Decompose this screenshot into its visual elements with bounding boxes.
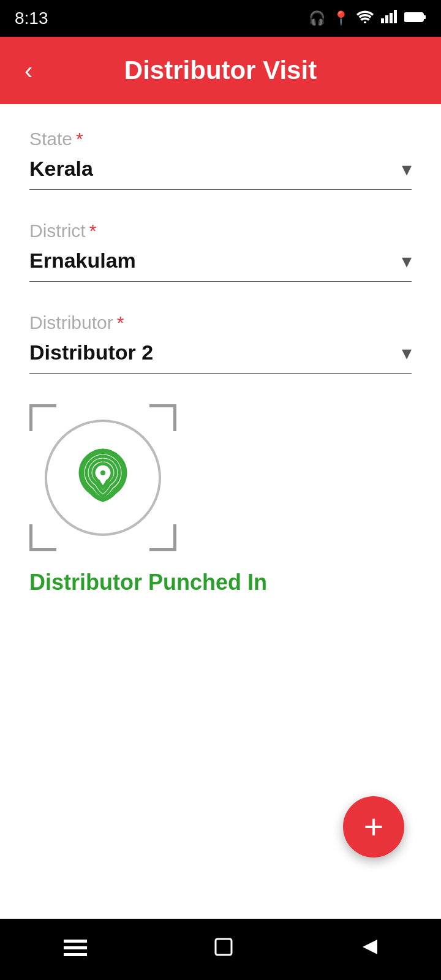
corner-bl [29, 524, 56, 551]
plus-icon: + [364, 810, 384, 844]
district-label: District * [29, 221, 412, 241]
svg-rect-6 [423, 15, 426, 19]
distributor-label: Distributor * [29, 312, 412, 333]
app-header: ‹ Distributor Visit [0, 37, 441, 104]
svg-point-0 [364, 21, 366, 23]
back-triangle-icon[interactable] [360, 937, 377, 962]
battery-icon [404, 10, 426, 26]
add-fab-button[interactable]: + [343, 796, 404, 858]
district-dropdown[interactable]: Ernakulam ▾ [29, 249, 412, 282]
svg-rect-11 [216, 939, 232, 955]
status-icons: 🎧 📍 [309, 10, 426, 27]
svg-rect-2 [385, 15, 388, 23]
svg-rect-1 [381, 18, 384, 23]
state-dropdown[interactable]: Kerala ▾ [29, 157, 412, 190]
state-field: State * Kerala ▾ [29, 129, 412, 190]
fingerprint-icon [63, 438, 143, 518]
headphone-icon: 🎧 [309, 10, 325, 26]
form-content: State * Kerala ▾ District * Ernakulam ▾ … [0, 104, 441, 620]
corner-tl [29, 404, 56, 431]
fingerprint-scanner[interactable] [29, 404, 176, 551]
svg-rect-4 [394, 10, 397, 23]
svg-rect-9 [64, 946, 87, 949]
back-button[interactable]: ‹ [20, 53, 37, 88]
distributor-value: Distributor 2 [29, 341, 153, 364]
signal-icon [381, 10, 397, 27]
bottom-navigation [0, 919, 441, 980]
svg-rect-8 [64, 940, 87, 943]
svg-rect-3 [390, 13, 393, 23]
punch-status-text: Distributor Punched In [29, 570, 412, 595]
distributor-field: Distributor * Distributor 2 ▾ [29, 312, 412, 374]
svg-rect-5 [404, 13, 423, 21]
status-bar: 8:13 🎧 📍 [0, 0, 441, 37]
status-time: 8:13 [15, 9, 48, 28]
wifi-icon [356, 10, 374, 27]
svg-marker-12 [363, 940, 377, 954]
fingerprint-circle [45, 420, 161, 536]
state-chevron-icon: ▾ [402, 157, 412, 181]
distributor-dropdown[interactable]: Distributor 2 ▾ [29, 341, 412, 374]
svg-rect-10 [64, 953, 87, 956]
distributor-chevron-icon: ▾ [402, 341, 412, 364]
district-chevron-icon: ▾ [402, 249, 412, 273]
state-value: Kerala [29, 157, 93, 181]
location-icon: 📍 [333, 10, 349, 26]
district-value: Ernakulam [29, 249, 136, 273]
corner-tr [149, 404, 176, 431]
menu-icon[interactable] [64, 938, 87, 962]
home-square-icon[interactable] [214, 937, 233, 962]
district-field: District * Ernakulam ▾ [29, 221, 412, 282]
svg-point-7 [100, 470, 105, 475]
corner-br [149, 524, 176, 551]
page-title: Distributor Visit [124, 56, 317, 85]
state-label: State * [29, 129, 412, 149]
